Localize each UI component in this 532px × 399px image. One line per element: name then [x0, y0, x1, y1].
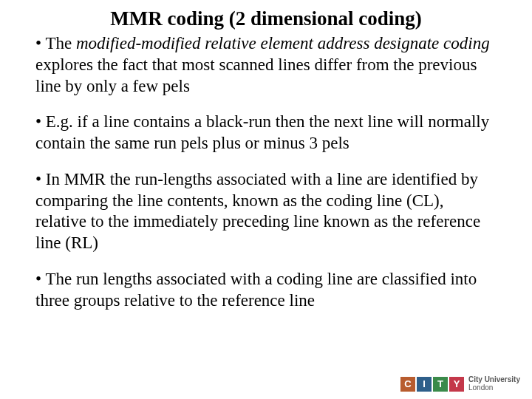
bullet-1: • The modified-modified relative element…	[35, 33, 497, 97]
bullet-1-italic: modified-modified relative element addre…	[76, 34, 490, 52]
logo-block-t: T	[433, 377, 448, 392]
slide-content: MMR coding (2 dimensional coding) • The …	[0, 0, 532, 311]
logo-block-c: C	[400, 377, 415, 392]
bullet-4: • The run lengths associated with a codi…	[35, 269, 497, 312]
bullet-1-prefix: • The	[35, 34, 76, 52]
logo-line1: City University	[468, 376, 520, 384]
logo-blocks: C I T Y	[400, 377, 464, 392]
university-logo: C I T Y City University London	[400, 376, 520, 392]
slide-title: MMR coding (2 dimensional coding)	[35, 7, 497, 30]
logo-block-i: I	[417, 377, 432, 392]
logo-block-y: Y	[449, 377, 464, 392]
bullet-1-rest: explores the fact that most scanned line…	[35, 55, 477, 95]
logo-text: City University London	[468, 376, 520, 392]
logo-line2: London	[468, 384, 520, 392]
bullet-3: • In MMR the run-lengths associated with…	[35, 169, 497, 254]
bullet-2: • E.g. if a line contains a black-run th…	[35, 112, 497, 154]
